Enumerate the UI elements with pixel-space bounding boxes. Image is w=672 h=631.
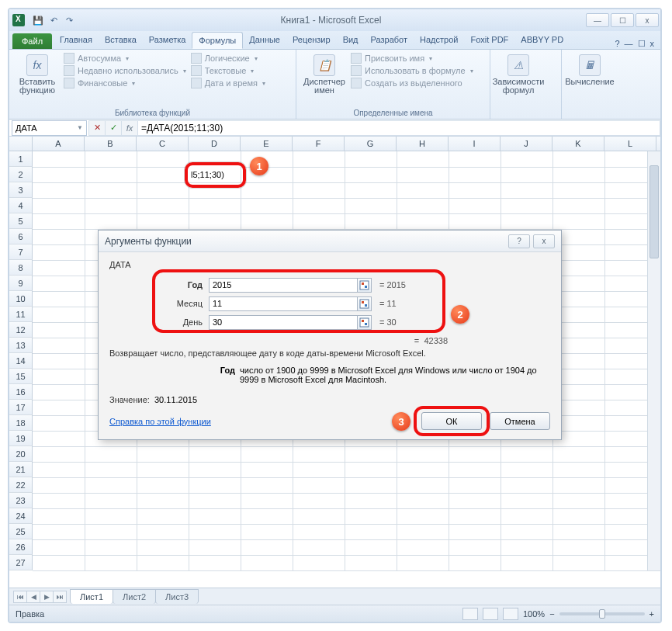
col-header-F[interactable]: F: [293, 137, 345, 151]
undo-button[interactable]: ↶: [47, 13, 61, 27]
create-from-selection-button[interactable]: Создать из выделенного: [351, 78, 473, 88]
ribbon-tab-рецензир[interactable]: Рецензир: [286, 32, 337, 49]
row-header-21[interactable]: 21: [9, 462, 33, 477]
use-in-formula-button[interactable]: Использовать в формуле▾: [351, 65, 473, 76]
ribbon-tab-главная[interactable]: Главная: [54, 32, 99, 49]
arg-input-месяц[interactable]: [209, 296, 358, 311]
ribbon-tab-разметка[interactable]: Разметка: [143, 32, 192, 49]
ribbon-tab-надстрой[interactable]: Надстрой: [414, 32, 464, 49]
row-header-16[interactable]: 16: [9, 384, 33, 400]
normal-view-button[interactable]: [462, 608, 478, 620]
row-header-20[interactable]: 20: [9, 446, 33, 462]
range-picker-icon[interactable]: [357, 315, 372, 330]
row-header-3[interactable]: 3: [9, 182, 33, 198]
row-header-15[interactable]: 15: [9, 369, 33, 384]
row-header-23[interactable]: 23: [9, 493, 33, 508]
range-picker-icon[interactable]: [357, 278, 372, 293]
sheet-nav-button-0[interactable]: ⏮: [13, 591, 27, 603]
name-manager-button[interactable]: 📋 Диспетчер имен: [303, 53, 346, 107]
zoom-in-button[interactable]: +: [649, 609, 654, 619]
sheet-nav-button-3[interactable]: ⏭: [53, 591, 67, 603]
minimize-button[interactable]: —: [586, 13, 609, 27]
row-header-9[interactable]: 9: [9, 276, 33, 291]
ribbon-tab-abbyy pd[interactable]: ABBYY PD: [514, 32, 570, 49]
autosum-button[interactable]: Автосумма▾: [64, 53, 186, 64]
dialog-close-button[interactable]: x: [533, 234, 555, 248]
col-header-A[interactable]: A: [33, 137, 85, 151]
zoom-thumb[interactable]: [599, 609, 605, 619]
col-header-K[interactable]: K: [552, 137, 604, 151]
zoom-out-button[interactable]: −: [549, 609, 554, 619]
col-header-J[interactable]: J: [501, 137, 552, 151]
row-header-7[interactable]: 7: [9, 244, 33, 260]
formula-dependencies-button[interactable]: ⚠ Зависимости формул: [497, 53, 540, 116]
sheet-nav-button-2[interactable]: ▶: [40, 591, 54, 603]
assign-name-button[interactable]: Присвоить имя▾: [351, 53, 473, 64]
sheet-tab-лист2[interactable]: Лист2: [113, 589, 156, 604]
col-header-E[interactable]: E: [241, 137, 293, 151]
cancel-formula-button[interactable]: ✕: [88, 120, 106, 136]
page-break-view-button[interactable]: [503, 608, 518, 620]
insert-function-button[interactable]: fx Вставить функцию: [16, 53, 59, 107]
row-header-26[interactable]: 26: [9, 539, 33, 555]
scrollbar-thumb[interactable]: [649, 165, 659, 258]
row-header-11[interactable]: 11: [9, 307, 33, 322]
file-tab[interactable]: Файл: [12, 33, 52, 49]
row-header-10[interactable]: 10: [9, 291, 33, 307]
dialog-help-button[interactable]: ?: [508, 234, 530, 248]
sheet-nav-button-1[interactable]: ◀: [26, 591, 40, 603]
row-header-12[interactable]: 12: [9, 322, 33, 338]
col-header-C[interactable]: C: [137, 137, 189, 151]
vertical-scrollbar[interactable]: [647, 151, 660, 570]
row-header-13[interactable]: 13: [9, 338, 33, 353]
arg-input-год[interactable]: [209, 278, 358, 293]
doc-close-button[interactable]: x: [650, 39, 655, 49]
ribbon-tab-разработ[interactable]: Разработ: [365, 32, 414, 49]
cells-area[interactable]: l5;11;30) 1 Аргументы функции ? x ДАТА Г…: [33, 151, 660, 570]
cancel-button[interactable]: Отмена: [490, 412, 550, 430]
function-help-link[interactable]: Справка по этой функции: [109, 417, 211, 426]
name-box[interactable]: ДАТА ▼: [12, 120, 87, 136]
row-header-1[interactable]: 1: [9, 151, 33, 167]
formula-input[interactable]: =ДАТА(2015;11;30): [137, 120, 660, 136]
zoom-level[interactable]: 100%: [523, 609, 545, 619]
zoom-slider[interactable]: [559, 612, 645, 615]
enter-formula-button[interactable]: ✓: [105, 120, 122, 136]
row-header-8[interactable]: 8: [9, 260, 33, 276]
row-header-17[interactable]: 17: [9, 400, 33, 415]
financial-button[interactable]: Финансовые▾: [64, 78, 186, 88]
row-header-19[interactable]: 19: [9, 431, 33, 446]
calculation-button[interactable]: 🖩 Вычисление: [568, 53, 611, 116]
ribbon-tab-foxit pdf[interactable]: Foxit PDF: [464, 32, 514, 49]
doc-minimize-button[interactable]: —: [625, 39, 633, 49]
row-header-6[interactable]: 6: [9, 229, 33, 244]
col-header-D[interactable]: D: [189, 137, 241, 151]
range-picker-icon[interactable]: [357, 296, 372, 311]
ribbon-tab-вставка[interactable]: Вставка: [99, 32, 143, 49]
sheet-tab-лист1[interactable]: Лист1: [70, 589, 113, 604]
col-header-L[interactable]: L: [604, 137, 656, 151]
row-header-14[interactable]: 14: [9, 353, 33, 369]
row-header-22[interactable]: 22: [9, 477, 33, 493]
row-header-4[interactable]: 4: [9, 198, 33, 213]
page-layout-view-button[interactable]: [483, 608, 498, 620]
ribbon-tab-данные[interactable]: Данные: [243, 32, 286, 49]
datetime-button[interactable]: Дата и время▾: [191, 78, 265, 88]
close-button[interactable]: x: [636, 13, 659, 27]
row-header-27[interactable]: 27: [9, 555, 33, 570]
logical-button[interactable]: Логические▾: [191, 53, 265, 64]
ribbon-tab-формулы[interactable]: Формулы: [192, 32, 243, 49]
col-header-G[interactable]: G: [345, 137, 397, 151]
help-icon[interactable]: ?: [615, 39, 619, 49]
ribbon-tab-вид[interactable]: Вид: [337, 32, 365, 49]
row-header-25[interactable]: 25: [9, 524, 33, 539]
worksheet-grid[interactable]: ABCDEFGHIJKL 123456789101112131415161718…: [9, 137, 660, 571]
col-header-H[interactable]: H: [397, 137, 449, 151]
text-functions-button[interactable]: Текстовые▾: [191, 65, 265, 76]
row-header-18[interactable]: 18: [9, 415, 33, 431]
row-header-5[interactable]: 5: [9, 213, 33, 229]
recent-functions-button[interactable]: Недавно использовались▾: [64, 65, 186, 76]
dialog-titlebar[interactable]: Аргументы функции ? x: [99, 231, 561, 252]
save-button[interactable]: 💾: [31, 13, 45, 27]
row-header-24[interactable]: 24: [9, 508, 33, 524]
